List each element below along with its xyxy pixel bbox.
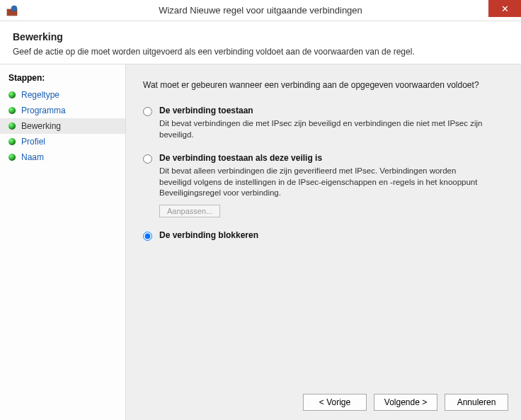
page-heading: Bewerking bbox=[13, 31, 508, 42]
sidebar-item-naam[interactable]: Naam bbox=[0, 149, 125, 165]
steps-sidebar: Stappen: Regeltype Programma Bewerking P… bbox=[0, 64, 126, 420]
option-allow[interactable]: De verbinding toestaan Dit bevat verbind… bbox=[143, 106, 504, 140]
option-title: De verbinding toestaan bbox=[159, 106, 485, 115]
close-icon: ✕ bbox=[501, 4, 509, 14]
radio-block[interactable] bbox=[143, 232, 152, 241]
option-title: De verbinding blokkeren bbox=[159, 230, 258, 240]
radio-allow[interactable] bbox=[143, 107, 152, 116]
option-block[interactable]: De verbinding blokkeren bbox=[143, 230, 504, 243]
main-panel: Wat moet er gebeuren wanneer een verbind… bbox=[126, 64, 521, 420]
action-options: De verbinding toestaan Dit bevat verbind… bbox=[143, 106, 504, 243]
wizard-footer: < Vorige Volgende > Annuleren bbox=[303, 394, 508, 411]
titlebar: Wizard Nieuwe regel voor uitgaande verbi… bbox=[0, 0, 521, 21]
page-subtitle: Geef de actie op die moet worden uitgevo… bbox=[13, 47, 508, 57]
action-question: Wat moet er gebeuren wanneer een verbind… bbox=[143, 80, 504, 90]
sidebar-item-regeltype[interactable]: Regeltype bbox=[0, 87, 125, 103]
next-button[interactable]: Volgende > bbox=[374, 394, 437, 411]
step-dot-icon bbox=[8, 138, 16, 145]
option-desc: Dit bevat alleen verbindingen die zijn g… bbox=[159, 166, 485, 199]
option-title: De verbinding toestaan als deze veilig i… bbox=[159, 153, 485, 163]
cancel-button[interactable]: Annuleren bbox=[445, 394, 508, 411]
sidebar-item-bewerking[interactable]: Bewerking bbox=[0, 118, 125, 134]
close-button[interactable]: ✕ bbox=[488, 0, 521, 17]
sidebar-item-label: Programma bbox=[21, 106, 66, 115]
sidebar-item-label: Profiel bbox=[21, 137, 45, 147]
steps-title: Stappen: bbox=[0, 70, 125, 87]
wizard-header: Bewerking Geef de actie op die moet word… bbox=[0, 21, 521, 64]
radio-allow-secure[interactable] bbox=[143, 154, 152, 164]
sidebar-item-label: Regeltype bbox=[21, 90, 59, 100]
customize-button: Aanpassen... bbox=[159, 205, 220, 217]
sidebar-item-label: Naam bbox=[21, 152, 44, 162]
step-dot-icon bbox=[8, 91, 16, 98]
back-button[interactable]: < Vorige bbox=[303, 394, 367, 411]
step-dot-icon bbox=[8, 154, 16, 161]
sidebar-item-profiel[interactable]: Profiel bbox=[0, 134, 125, 149]
step-dot-icon bbox=[8, 123, 16, 130]
step-dot-icon bbox=[8, 107, 16, 114]
sidebar-item-programma[interactable]: Programma bbox=[0, 103, 125, 118]
option-desc: Dit bevat verbindingen die met IPsec zij… bbox=[159, 118, 485, 140]
sidebar-item-label: Bewerking bbox=[21, 121, 61, 131]
option-allow-secure[interactable]: De verbinding toestaan als deze veilig i… bbox=[143, 153, 504, 217]
window-title: Wizard Nieuwe regel voor uitgaande verbi… bbox=[0, 5, 521, 16]
firewall-icon bbox=[6, 4, 18, 17]
